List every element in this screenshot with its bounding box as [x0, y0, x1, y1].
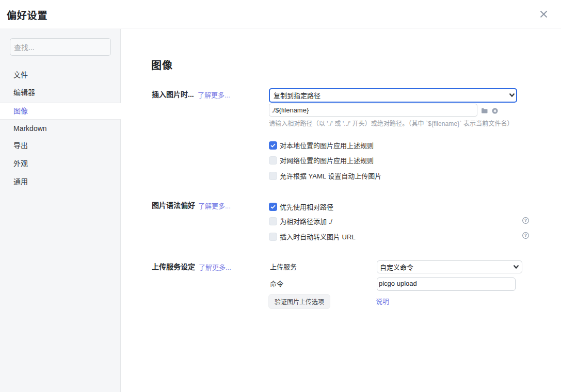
svg-text:?: ? [524, 233, 527, 238]
svg-text:?: ? [524, 218, 527, 223]
